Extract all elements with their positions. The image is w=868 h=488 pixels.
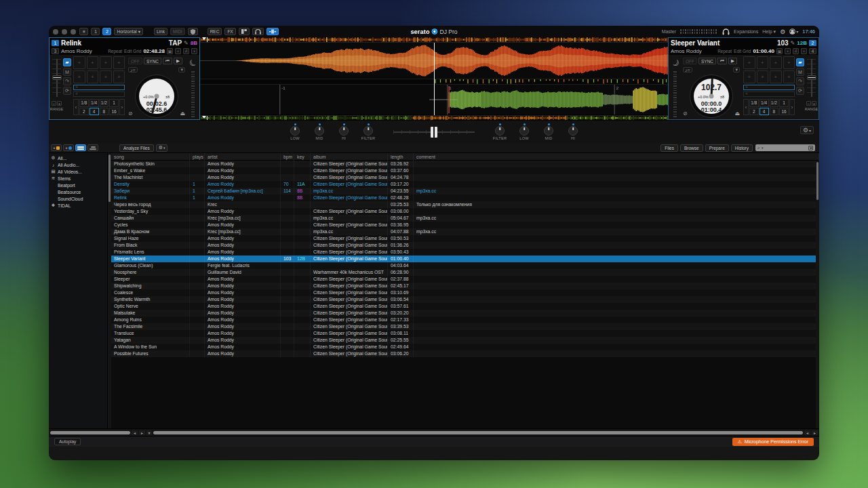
library-split-icon[interactable] bbox=[267, 28, 279, 35]
loop-size-cell[interactable]: 2 bbox=[749, 108, 759, 116]
slip-mode-icon[interactable]: ⊘ bbox=[683, 110, 688, 117]
table-row[interactable]: A Window to the Sun Amos Roddy Citizen S… bbox=[111, 344, 819, 350]
headphones-icon[interactable] bbox=[722, 26, 730, 38]
deck-1-number[interactable]: 1 bbox=[52, 40, 59, 46]
table-row[interactable]: Coalesce Amos Roddy Citizen Sleeper (Ori… bbox=[111, 289, 819, 296]
eq-knob[interactable]: MID bbox=[309, 123, 330, 140]
sync-button[interactable]: SYNC bbox=[698, 58, 716, 64]
rec-button[interactable]: REC bbox=[208, 28, 222, 35]
knob-body[interactable] bbox=[568, 126, 578, 136]
library-tab[interactable]: Browse bbox=[680, 144, 703, 152]
library-tab[interactable]: Files bbox=[660, 144, 678, 152]
add-smart-crate-button[interactable]: + bbox=[63, 144, 74, 151]
saved-loop-slot[interactable]: + bbox=[743, 85, 795, 90]
table-row[interactable]: Noosphere Guillaume David Warhammer 40k … bbox=[111, 269, 819, 276]
hot-cues-mode-icon[interactable]: ▰ bbox=[796, 58, 804, 66]
deck-1-platter[interactable]: +0.0% ±8 00:02.6 02:45.6 bbox=[139, 79, 174, 114]
loop-size-cell[interactable]: 1/4 bbox=[90, 99, 99, 107]
table-row[interactable]: Yatagan Amos Roddy Citizen Sleeper (Orig… bbox=[111, 337, 819, 344]
table-row[interactable]: Optic Nerve Amos Roddy Citizen Sleeper (… bbox=[111, 303, 819, 310]
beatgrid-icon[interactable]: ⊞ bbox=[776, 48, 783, 54]
knob-body[interactable] bbox=[315, 126, 324, 136]
deck-2-bpm[interactable]: 103 bbox=[777, 39, 789, 47]
knob-body[interactable] bbox=[339, 126, 349, 136]
display-mode-icon[interactable]: ✳ bbox=[79, 28, 88, 35]
column-header-artist[interactable]: artist bbox=[205, 153, 281, 161]
maximize-window-icon[interactable] bbox=[71, 29, 76, 35]
cue-button[interactable]: ⏮ bbox=[717, 58, 727, 64]
slip-mode-icon[interactable]: ⊘ bbox=[128, 110, 133, 117]
knob-body[interactable] bbox=[544, 126, 553, 136]
key-display-icon[interactable]: ▾ bbox=[733, 67, 740, 73]
cue-pad[interactable]: + bbox=[113, 70, 125, 83]
shield-icon[interactable] bbox=[188, 28, 198, 35]
cue-pad[interactable]: + bbox=[757, 56, 769, 69]
scroll-left-icon[interactable]: ◂ bbox=[132, 430, 138, 435]
headphones-cue-icon[interactable] bbox=[252, 28, 264, 35]
settings-gear-icon[interactable]: ⚙ bbox=[780, 28, 785, 35]
column-header-bpm[interactable]: bpm bbox=[281, 153, 294, 161]
add-crate-button[interactable]: + bbox=[51, 144, 62, 151]
eject-icon[interactable]: ⏏ bbox=[180, 110, 185, 117]
column-header-key[interactable]: key bbox=[294, 153, 311, 161]
table-row[interactable]: Ember_s Wake Amos Roddy Citizen Sleeper … bbox=[111, 167, 819, 174]
crossfader[interactable] bbox=[393, 127, 475, 138]
sync-button[interactable]: SYNC bbox=[144, 58, 161, 64]
roll-mode-icon[interactable]: ⟳ bbox=[796, 87, 804, 95]
table-row[interactable]: Cycles Amos Roddy Citizen Sleeper (Origi… bbox=[111, 222, 819, 228]
cue-pad[interactable]: + bbox=[87, 56, 99, 69]
deck-count-1-button[interactable]: 1 bbox=[91, 28, 100, 35]
cue-pad[interactable]: + bbox=[113, 56, 125, 69]
table-row[interactable]: Among Ruins Amos Roddy Citizen Sleeper (… bbox=[111, 317, 819, 323]
sidebar-item[interactable]: ♪ All Audio... bbox=[49, 161, 107, 168]
sidebar-item[interactable]: ⚙ All... bbox=[49, 155, 107, 161]
column-header-comment[interactable]: comment bbox=[414, 153, 819, 161]
track-note-icon[interactable]: ♫ bbox=[183, 48, 189, 54]
next-track-icon[interactable]: › bbox=[801, 48, 807, 54]
loop-bigger-icon[interactable]: › bbox=[119, 99, 125, 115]
cue-pad[interactable]: + bbox=[743, 56, 755, 69]
eq-knob[interactable]: HI bbox=[334, 123, 354, 140]
sync-off-button[interactable]: OFF bbox=[128, 58, 142, 64]
deck-1-bpm-tap[interactable]: TAP bbox=[169, 39, 182, 47]
cue-pad[interactable]: + bbox=[783, 56, 795, 69]
knob-body[interactable] bbox=[519, 126, 529, 136]
deck-2-platter[interactable]: 102.7 +0.0% ±8 00:00.0 01:00.4 bbox=[694, 79, 729, 114]
cue-pad[interactable]: + bbox=[100, 70, 112, 83]
eq-knob[interactable]: FILTER bbox=[490, 123, 510, 140]
link-button[interactable]: Link bbox=[154, 28, 167, 35]
deck-1-track-overview[interactable] bbox=[200, 37, 668, 43]
layout-select[interactable]: Horizontal▾ bbox=[114, 28, 143, 35]
table-hscroll-thumb[interactable] bbox=[153, 431, 803, 434]
sidebar-item[interactable]: Beatport bbox=[49, 182, 107, 188]
help-menu[interactable]: Help ▾ bbox=[762, 29, 776, 35]
loop-size-cell[interactable]: 8 bbox=[100, 108, 109, 116]
loop-size-cell[interactable]: 4 bbox=[90, 108, 99, 116]
table-row[interactable]: Relink 1 Amos Roddy 8B Citizen Sleeper (… bbox=[111, 195, 819, 201]
loop-size-cell[interactable]: 1/2 bbox=[100, 99, 109, 107]
range-plus-button[interactable]: + bbox=[57, 101, 62, 106]
table-row[interactable]: Yesterday_s Sky Amos Roddy Citizen Sleep… bbox=[111, 208, 819, 215]
deck-2-pitch-fader[interactable] bbox=[807, 59, 816, 97]
loop-size-cell[interactable]: 16 bbox=[779, 108, 789, 116]
sidebar-expander-icon[interactable]: ▾ bbox=[146, 430, 152, 435]
pitch-fader-handle[interactable] bbox=[807, 75, 816, 80]
loop-size-cell[interactable]: 16 bbox=[109, 108, 119, 116]
cue-pad[interactable]: + bbox=[100, 56, 112, 69]
detail-view-button[interactable] bbox=[87, 144, 98, 151]
eq-knob[interactable]: LOW bbox=[285, 123, 305, 140]
table-row[interactable]: Shipwatching Amos Roddy Citizen Sleeper … bbox=[111, 283, 819, 289]
close-window-icon[interactable] bbox=[53, 29, 58, 35]
table-row[interactable]: The Facsimile Amos Roddy Citizen Sleeper… bbox=[111, 323, 819, 330]
sidebar-item[interactable]: ❖ TIDAL bbox=[49, 202, 107, 209]
loop-size-cell[interactable]: 1 bbox=[779, 99, 789, 107]
sidebar-hscroll-thumb[interactable] bbox=[50, 431, 130, 434]
cue-pad[interactable]: + bbox=[770, 56, 782, 69]
loop-size-cell[interactable]: 1/4 bbox=[760, 99, 769, 107]
table-row[interactable]: From Black Amos Roddy Citizen Sleeper (O… bbox=[111, 242, 819, 249]
column-header-length[interactable]: length bbox=[388, 153, 414, 161]
play-button[interactable]: ▶ bbox=[728, 58, 737, 64]
eq-knob[interactable]: LOW bbox=[514, 123, 534, 140]
table-row[interactable]: Саншайн Krec [mp3xa.cc] mp3xa.cc 05:04.6… bbox=[111, 215, 819, 222]
saved-loop-slot[interactable]: + bbox=[743, 92, 795, 97]
